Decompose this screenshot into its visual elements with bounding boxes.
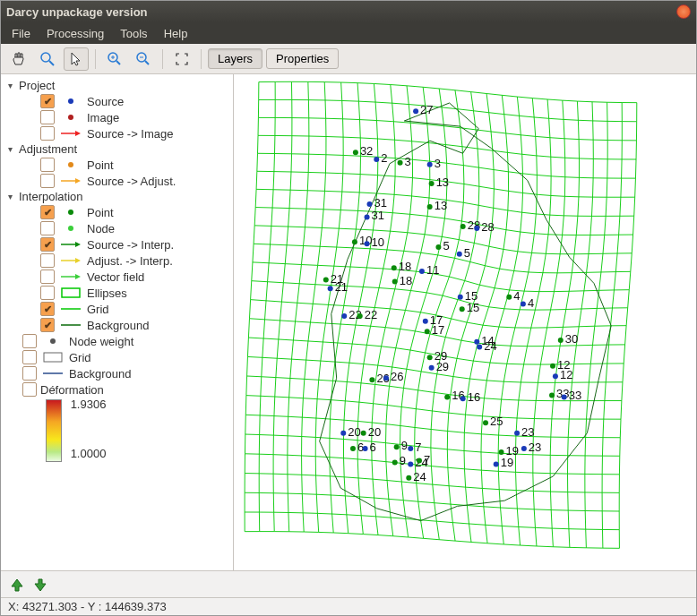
tree-int-point[interactable]: Point (3, 204, 231, 220)
checkbox[interactable] (40, 158, 55, 172)
tree-ellipses[interactable]: Ellipses (3, 285, 231, 301)
tree-adjust-interp[interactable]: Adjust. -> Interp. (3, 252, 231, 269)
svg-point-77 (423, 319, 428, 324)
checkbox[interactable] (40, 270, 55, 284)
checkbox[interactable] (40, 253, 55, 268)
svg-point-133 (494, 461, 499, 466)
checkbox[interactable] (22, 350, 37, 364)
tree-int-grid[interactable]: Grid (3, 301, 231, 317)
tree-background[interactable]: Background (3, 365, 231, 381)
tree-source-adjust[interactable]: Source -> Adjust. (3, 173, 231, 189)
move-down-icon[interactable] (31, 576, 49, 594)
tree-vector-field[interactable]: Vector field (3, 269, 231, 285)
tree-interpolation[interactable]: ▾ Interpolation (3, 189, 231, 204)
svg-point-123 (499, 449, 504, 455)
svg-point-59 (323, 278, 329, 283)
tab-properties[interactable]: Properties (266, 48, 339, 69)
svg-text:3: 3 (435, 157, 441, 170)
svg-point-9 (68, 98, 73, 104)
checkbox[interactable] (40, 94, 55, 108)
move-up-icon[interactable] (8, 576, 26, 594)
adj-point-label: Point (87, 158, 114, 172)
tree-adj-point[interactable]: Point (3, 157, 231, 173)
checkbox[interactable] (22, 382, 37, 397)
pan-tool-icon[interactable] (6, 47, 31, 71)
zoom-in-icon[interactable] (102, 47, 127, 71)
checkbox[interactable] (40, 221, 55, 235)
close-icon[interactable] (676, 4, 691, 19)
tree-project[interactable]: ▾ Project (3, 78, 231, 93)
menu-help[interactable]: Help (157, 25, 195, 42)
checkbox[interactable] (22, 366, 37, 381)
checkbox[interactable] (22, 334, 37, 348)
menu-file[interactable]: File (4, 25, 38, 42)
svg-rect-19 (62, 288, 80, 297)
zoom-out-icon[interactable] (131, 47, 156, 71)
svg-text:31: 31 (374, 196, 386, 210)
plot-svg: 2732233133113312828101055181121211815441… (234, 74, 691, 570)
tree-source-interp[interactable]: Source -> Interp. (3, 236, 231, 252)
svg-point-83 (558, 338, 564, 343)
menu-processing[interactable]: Processing (39, 25, 111, 42)
coords-readout: X: 43271.303 - Y : 144639.373 (8, 600, 167, 613)
checkbox[interactable] (40, 205, 55, 219)
tree-source[interactable]: Source (3, 93, 231, 109)
line-green-icon (58, 305, 83, 312)
vector-field-label: Vector field (87, 270, 144, 284)
tree-source-image[interactable]: Source -> Image (3, 125, 231, 141)
toolbar-separator (201, 49, 202, 69)
svg-point-119 (394, 444, 400, 449)
window-title: Darcy unpackage version (6, 5, 676, 19)
svg-point-105 (562, 394, 567, 399)
svg-text:32: 32 (360, 144, 373, 158)
svg-point-101 (460, 396, 466, 401)
svg-text:10: 10 (372, 235, 384, 249)
svg-point-57 (419, 269, 425, 274)
checkbox[interactable] (40, 174, 55, 188)
svg-point-79 (425, 329, 430, 334)
tree-image[interactable]: Image (3, 109, 231, 125)
checkbox[interactable] (40, 302, 55, 316)
tree-int-node[interactable]: Node (3, 220, 231, 236)
tree-grid[interactable]: Grid (3, 349, 231, 365)
svg-text:28: 28 (481, 220, 494, 234)
tree-deformation[interactable]: Déformation (3, 381, 231, 398)
svg-point-95 (369, 377, 374, 382)
svg-text:23: 23 (529, 441, 541, 454)
svg-text:6: 6 (370, 441, 376, 454)
svg-point-65 (458, 295, 463, 300)
checkbox[interactable] (40, 126, 55, 141)
expand-icon[interactable]: ▾ (4, 144, 15, 154)
svg-point-29 (374, 157, 379, 162)
tree-int-background[interactable]: Background (3, 317, 231, 333)
zoom-tool-icon[interactable] (35, 47, 60, 71)
svg-point-99 (444, 394, 450, 399)
svg-point-71 (460, 306, 465, 312)
line-dgreen-icon (58, 321, 83, 329)
int-bg-label: Background (87, 319, 149, 332)
svg-point-93 (553, 373, 558, 379)
svg-point-129 (408, 461, 413, 466)
svg-point-103 (549, 392, 555, 398)
expand-icon[interactable]: ▾ (4, 192, 15, 201)
svg-point-61 (328, 286, 333, 291)
checkbox[interactable] (40, 110, 55, 124)
tree-node-weight[interactable]: Node weight (3, 333, 231, 349)
arrow-red-icon (58, 129, 83, 138)
map-canvas[interactable]: 2732233133113312828101055181121211815441… (234, 74, 696, 570)
menu-tools[interactable]: Tools (113, 25, 154, 42)
svg-text:24: 24 (484, 339, 496, 353)
svg-text:18: 18 (400, 274, 412, 287)
checkbox[interactable] (40, 318, 55, 332)
cursor-tool-icon[interactable] (64, 47, 89, 71)
svg-point-51 (435, 244, 441, 250)
checkbox[interactable] (40, 237, 55, 252)
adjustment-label: Adjustment (19, 142, 77, 156)
svg-point-37 (366, 201, 372, 207)
tree-adjustment[interactable]: ▾ Adjustment (3, 141, 231, 157)
tab-layers[interactable]: Layers (208, 48, 262, 69)
checkbox[interactable] (40, 286, 55, 300)
expand-icon[interactable]: ▾ (4, 81, 15, 90)
fit-view-icon[interactable] (169, 47, 194, 71)
svg-text:27: 27 (420, 103, 433, 116)
